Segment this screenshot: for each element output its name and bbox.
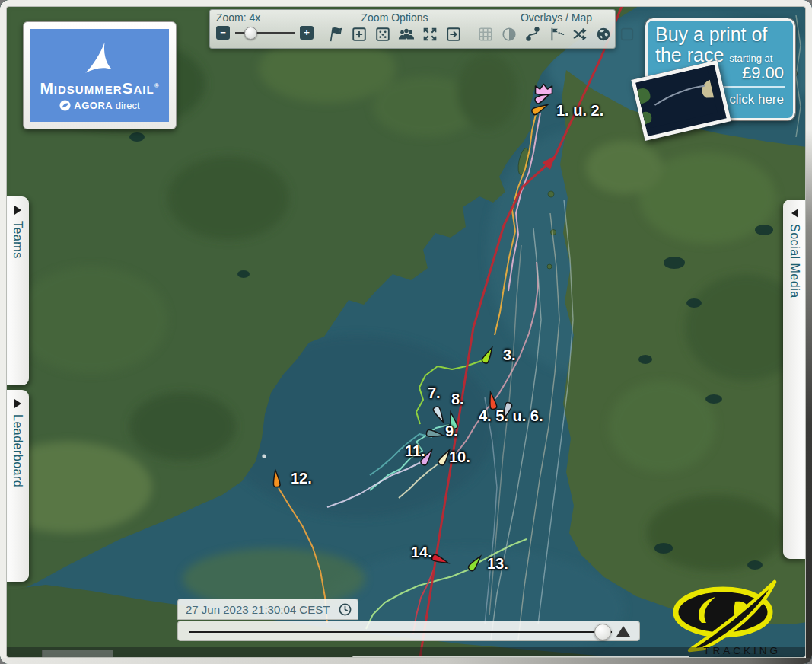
grid-icon[interactable]: [476, 25, 495, 43]
midsummersail-logo: MidsummerSail® AGORA direct: [30, 29, 169, 122]
zoom-out-button[interactable]: −: [216, 26, 230, 40]
clock-icon[interactable]: [339, 603, 352, 616]
zoom-level-label: Zoom: 4x: [216, 11, 314, 25]
race-tracker-app: 1. u. 2.3.7.8.4. 5. u. 6.9.11.10.12.14.1…: [0, 0, 812, 664]
ad-click-here-link[interactable]: click here: [729, 92, 784, 107]
fit-fleet-icon[interactable]: [373, 25, 393, 43]
marks-icon[interactable]: [546, 25, 566, 43]
expand-icon[interactable]: [420, 25, 440, 43]
ad-headline-1: Buy a print of: [655, 24, 793, 46]
timeline-thumb[interactable]: [594, 624, 611, 640]
zoom-slider-thumb[interactable]: [244, 27, 257, 40]
tab-leaderboard-label: Leaderboard: [11, 414, 24, 487]
tab-teams[interactable]: Teams: [6, 196, 29, 385]
contrast-icon[interactable]: [499, 25, 519, 43]
brand-name: MidsummerSail®: [40, 80, 159, 96]
zoom-group: Zoom: 4x − +: [210, 10, 320, 48]
expand-right-icon: [14, 399, 21, 408]
timeline-track: [189, 631, 612, 633]
agora-icon: [59, 100, 71, 111]
shuffle-icon[interactable]: [570, 25, 590, 43]
expand-right-icon: [14, 206, 21, 215]
followers-icon[interactable]: [396, 25, 416, 43]
pan-arrow-icon[interactable]: [444, 25, 463, 43]
map-attribution-badge: [42, 650, 113, 662]
leader-crown-icon: [533, 83, 554, 96]
ad-starting-at: starting at: [729, 53, 772, 64]
map-toolbar: Zoom: 4x − + Zoom Options: [209, 9, 616, 49]
route-icon[interactable]: [523, 25, 543, 43]
zoom-options-label: Zoom Options: [326, 11, 463, 25]
frame-icon[interactable]: [617, 25, 637, 43]
overlays-group: Overlays / Map: [470, 10, 643, 48]
registered-mark: ®: [154, 82, 160, 89]
zoom-options-group: Zoom Options: [320, 10, 470, 48]
print-ad-banner[interactable]: Buy a print of the race starting at £9.0…: [645, 18, 795, 120]
play-button[interactable]: [616, 626, 630, 637]
timeline-slider[interactable]: [177, 621, 640, 641]
midsummersail-logo-card[interactable]: MidsummerSail® AGORA direct: [23, 21, 177, 129]
overlays-label: Overlays / Map: [476, 11, 637, 25]
zoom-slider[interactable]: [234, 25, 296, 40]
timeline-timestamp-box: 27 Jun 2023 21:30:04 CEST: [177, 599, 358, 620]
zoom-box-icon[interactable]: [349, 25, 369, 43]
sponsor-line: AGORA direct: [59, 100, 139, 111]
yb-tracking-logo[interactable]: TRACKING: [668, 579, 784, 656]
tab-social-media[interactable]: Social Media: [783, 200, 806, 559]
tab-leaderboard[interactable]: Leaderboard: [6, 390, 29, 582]
expand-left-icon: [791, 209, 798, 218]
bottom-panel-edge: [352, 656, 689, 664]
timeline-timestamp: 27 Jun 2023 21:30:04 CEST: [186, 603, 339, 616]
globe-icon[interactable]: [594, 25, 613, 43]
ad-price: £9.00: [742, 63, 784, 83]
tab-teams-label: Teams: [11, 221, 24, 259]
tab-social-media-label: Social Media: [788, 224, 801, 298]
sail-icon: [78, 40, 121, 78]
race-flag-icon[interactable]: [326, 25, 345, 43]
zoom-in-button[interactable]: +: [300, 26, 314, 40]
